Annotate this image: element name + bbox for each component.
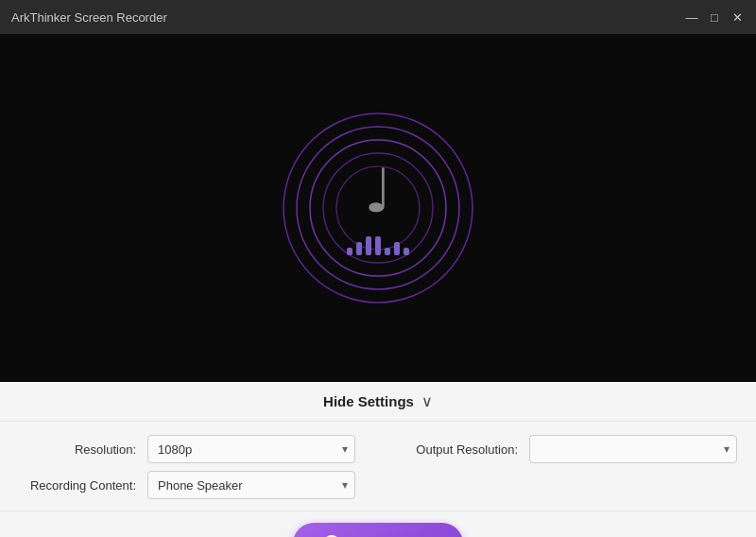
settings-row-content: Recording Content: Phone Speaker Microph… (23, 471, 733, 499)
minimize-button[interactable]: — (684, 9, 699, 25)
close-button[interactable]: ✕ (730, 9, 745, 25)
music-note-icon: ♩ (364, 161, 392, 221)
output-resolution-label: Output Resolution: (404, 442, 518, 457)
audio-bar-7 (404, 248, 409, 255)
main-preview-area: ♩ (0, 34, 756, 382)
hide-settings-label: Hide Settings (323, 393, 414, 409)
recording-content-select-wrapper: Phone Speaker Microphone System Sound ▾ (147, 471, 355, 499)
record-label: Record (352, 534, 410, 538)
chevron-down-icon: ∨ (421, 392, 433, 410)
audio-bars (347, 234, 409, 255)
resolution-select-wrapper: 1080p 720p 480p ▾ (147, 435, 355, 463)
audio-bar-5 (385, 248, 390, 255)
app-title: ArkThinker Screen Recorder (11, 10, 167, 25)
audio-bar-4 (375, 236, 381, 255)
audio-bar-6 (394, 242, 400, 255)
record-button[interactable]: Record (293, 523, 463, 537)
resolution-label: Resolution: (23, 442, 136, 457)
title-bar: ArkThinker Screen Recorder — □ ✕ (0, 0, 756, 34)
maximize-button[interactable]: □ (707, 9, 722, 25)
output-resolution-select[interactable]: 1080p 720p (529, 435, 737, 463)
bottom-bar: Record Recording history (0, 511, 756, 537)
audio-bar-1 (347, 248, 352, 255)
title-bar-controls: — □ ✕ (684, 9, 745, 25)
audio-bar-2 (356, 242, 362, 255)
settings-area: Resolution: 1080p 720p 480p ▾ Output Res… (0, 422, 756, 511)
output-resolution-group: Output Resolution: 1080p 720p ▾ (404, 435, 737, 463)
title-bar-left: ArkThinker Screen Recorder (11, 10, 167, 25)
music-visual: ♩ (274, 104, 482, 312)
resolution-select[interactable]: 1080p 720p 480p (147, 435, 355, 463)
hide-settings-toggle[interactable]: Hide Settings ∨ (0, 382, 756, 422)
note-and-bars: ♩ (347, 161, 409, 255)
audio-bar-3 (366, 236, 371, 255)
recording-content-label: Recording Content: (23, 478, 136, 493)
settings-row-resolution: Resolution: 1080p 720p 480p ▾ Output Res… (23, 435, 733, 463)
output-resolution-select-wrapper: 1080p 720p ▾ (529, 435, 737, 463)
recording-content-select[interactable]: Phone Speaker Microphone System Sound (147, 471, 355, 499)
